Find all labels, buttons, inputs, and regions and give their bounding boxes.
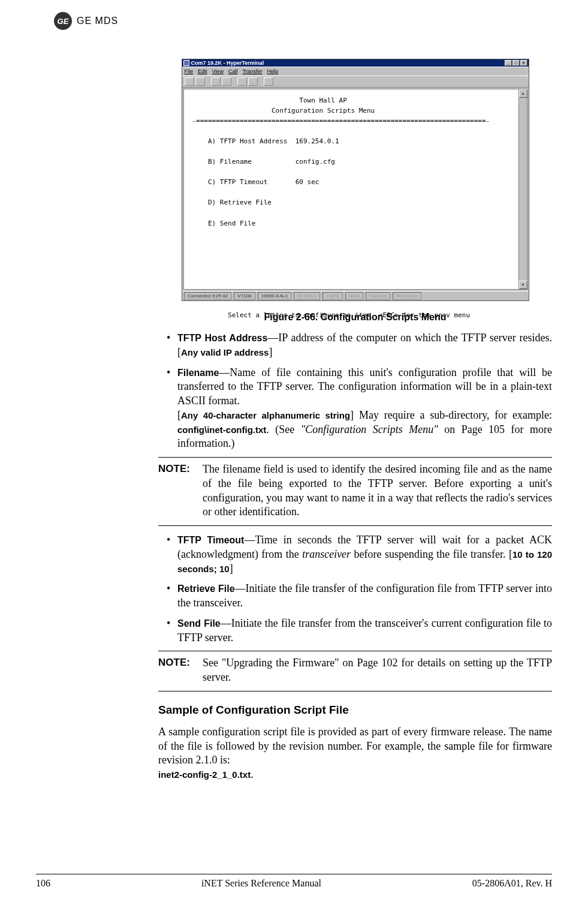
scrollbar[interactable]: ▴ ▾	[518, 89, 527, 289]
menu-view[interactable]: View	[212, 68, 224, 74]
note-text: The filename field is used to identify t…	[203, 462, 552, 519]
bullet-list-2: TFTP Timeout—Time in seconds the TFTP se…	[158, 533, 552, 645]
list-item: Filename—Name of file containing this un…	[169, 366, 552, 452]
section-heading: Sample of Configuration Script File	[158, 703, 552, 717]
note-block-1: NOTE: The filename field is used to iden…	[158, 457, 552, 526]
terminal-text: Town Hall AP Configuration Scripts Menu …	[192, 95, 518, 320]
menu-edit[interactable]: Edit	[198, 68, 207, 74]
window-title: Com7 19.2K - HyperTerminal	[191, 60, 264, 66]
list-item: Send File—Initiate the file transfer fro…	[169, 617, 552, 645]
page-footer: 106 iNET Series Reference Manual 05-2806…	[36, 874, 552, 889]
window-titlebar: Com7 19.2K - HyperTerminal _ □ ×	[182, 59, 529, 67]
menu-help[interactable]: Help	[267, 68, 279, 74]
body-paragraph: A sample configuration script file is pr…	[158, 725, 552, 782]
page-number: 106	[36, 878, 50, 889]
scroll-up-icon[interactable]: ▴	[519, 89, 527, 98]
list-item: TFTP Host Address—IP address of the comp…	[169, 331, 552, 360]
maximize-icon[interactable]: □	[512, 60, 520, 66]
list-item: TFTP Timeout—Time in seconds the TFTP se…	[169, 533, 552, 576]
toolbar	[182, 76, 529, 87]
manual-title: iNET Series Reference Manual	[201, 878, 321, 889]
minimize-icon[interactable]: _	[505, 60, 512, 66]
toolbar-btn[interactable]	[237, 77, 247, 86]
toolbar-btn[interactable]	[248, 77, 258, 86]
scroll-down-icon[interactable]: ▾	[519, 281, 527, 289]
close-icon[interactable]: ×	[520, 60, 527, 66]
toolbar-btn[interactable]	[222, 77, 231, 86]
hyperterminal-window: Com7 19.2K - HyperTerminal _ □ × File Ed…	[182, 59, 529, 301]
toolbar-btn[interactable]	[185, 77, 194, 86]
menu-transfer[interactable]: Transfer	[242, 68, 262, 74]
brand-text: GE MDS	[77, 16, 118, 26]
toolbar-btn[interactable]	[195, 77, 205, 86]
doc-revision: 05-2806A01, Rev. H	[472, 878, 552, 889]
note-text: See "Upgrading the Firmware" on Page 102…	[203, 656, 552, 685]
list-item: Retrieve File—Initiate the file transfer…	[169, 582, 552, 611]
menu-call[interactable]: Call	[228, 68, 238, 74]
bullet-list-1: TFTP Host Address—IP address of the comp…	[158, 331, 552, 451]
note-block-2: NOTE: See "Upgrading the Firmware" on Pa…	[158, 651, 552, 691]
note-label: NOTE:	[158, 656, 198, 685]
app-icon	[183, 60, 189, 66]
header-logo: GE GE MDS	[54, 12, 552, 30]
toolbar-btn[interactable]	[211, 77, 221, 86]
terminal-area: Town Hall AP Configuration Scripts Menu …	[183, 89, 527, 290]
note-label: NOTE:	[158, 462, 198, 519]
menu-file[interactable]: File	[185, 68, 194, 74]
menu-bar: File Edit View Call Transfer Help	[182, 67, 529, 76]
toolbar-btn[interactable]	[264, 77, 273, 86]
ge-logo-icon: GE	[54, 12, 72, 30]
